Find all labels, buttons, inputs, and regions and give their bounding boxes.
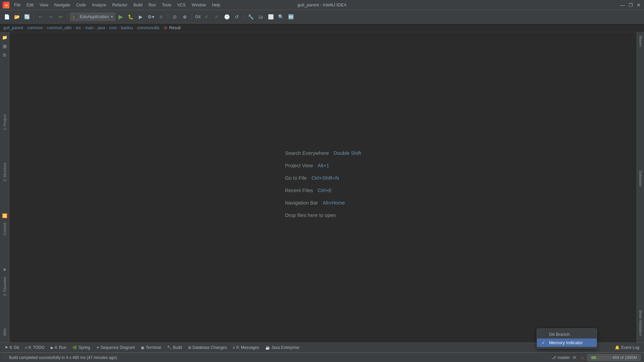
sidebar-icon-2[interactable]: ▦ xyxy=(1,42,8,50)
menu-code[interactable]: Code xyxy=(73,2,89,8)
git-branch-status[interactable]: ⎇ master xyxy=(551,355,570,360)
welcome-shortcut-2[interactable]: Ctrl+Shift+N xyxy=(312,175,339,181)
breadcrumb-item-0[interactable]: guli_parent xyxy=(3,26,23,30)
breadcrumb-item-8[interactable]: commonutils xyxy=(137,26,159,30)
breadcrumb-sep: › xyxy=(24,26,26,30)
status-sync-icon[interactable]: ⟳ xyxy=(571,354,578,361)
breadcrumb-item-6[interactable]: com xyxy=(109,26,117,30)
menu-tools[interactable]: Tools xyxy=(159,2,174,8)
presentation-mode-button[interactable]: ⬜ xyxy=(266,12,275,21)
find-usages-button[interactable]: ⊙ xyxy=(170,12,179,21)
menu-window[interactable]: Window xyxy=(189,2,209,8)
separator-4 xyxy=(192,13,192,20)
sync-button[interactable]: 🔄 xyxy=(22,12,32,21)
new-file-button[interactable]: 📄 xyxy=(2,12,11,21)
breadcrumb-item-1[interactable]: common xyxy=(27,26,43,30)
forward-button[interactable]: → xyxy=(46,12,55,21)
sequence-tab-label: Sequence Diagram xyxy=(101,345,135,350)
menu-build[interactable]: Build xyxy=(131,2,145,8)
ctx-menu-item-memory[interactable]: ✓ Memory Indicator xyxy=(537,338,597,347)
sidebar-icon-project[interactable]: 📁 xyxy=(1,34,8,41)
menu-edit[interactable]: Edit xyxy=(24,2,36,8)
bottom-tab-terminal[interactable]: ▣ Terminal xyxy=(138,345,163,351)
maximize-button[interactable]: ❐ xyxy=(628,2,633,8)
sidebar-icon-commit[interactable]: 🔀 xyxy=(1,212,8,219)
git-label: Git: xyxy=(195,14,202,19)
breadcrumb-item-5[interactable]: java xyxy=(98,26,105,30)
menu-view[interactable]: View xyxy=(37,2,51,8)
status-warning-icon[interactable]: ⚠ xyxy=(579,354,586,361)
back-button[interactable]: ← xyxy=(36,12,45,21)
sidebar-tab-structure[interactable]: 2: Structure xyxy=(1,161,8,184)
welcome-label-5: Drop files here to open xyxy=(285,212,336,218)
right-sidebar-tab-bean[interactable]: Bean Validation xyxy=(637,308,644,338)
window-controls: — ❐ ✕ xyxy=(620,2,641,8)
bottom-tab-run[interactable]: ▶ 4: Run xyxy=(48,345,69,351)
run-tab-label: 4: Run xyxy=(55,345,66,350)
close-button[interactable]: ✕ xyxy=(636,2,641,8)
run-options-button[interactable]: ⚙▾ xyxy=(146,12,156,21)
sidebar-tab-project[interactable]: 1: Project xyxy=(1,112,8,132)
menu-run[interactable]: Run xyxy=(146,2,159,8)
welcome-row-4: Navigation Bar Alt+Home xyxy=(285,200,361,206)
coverage-button[interactable]: ▶ xyxy=(136,12,146,21)
git-history-button[interactable]: 🕐 xyxy=(222,12,231,21)
bottom-tab-db-changes[interactable]: ⊞ Database Changes xyxy=(185,345,230,351)
status-left: ☐ Build completed successfully in 4 s 48… xyxy=(3,355,117,360)
breadcrumb-item-2[interactable]: common_utils xyxy=(47,26,71,30)
settings-button[interactable]: 🔧 xyxy=(246,12,255,21)
title-bar-left: IJ File Edit View Navigate Code Analyze … xyxy=(3,2,223,8)
menu-navigate[interactable]: Navigate xyxy=(52,2,73,8)
breadcrumb-item-3[interactable]: src xyxy=(75,26,81,30)
window-title: guli_parent - IntelliJ IDEA xyxy=(298,2,347,7)
run-config-selector[interactable]: 🎓 EduApplication ▾ xyxy=(70,12,115,21)
sidebar-icon-3[interactable]: ⊞ xyxy=(1,51,8,58)
bottom-tab-java-enterprise[interactable]: ☕ Java Enterprise xyxy=(263,345,302,351)
right-sidebar-tab-maven[interactable]: Maven xyxy=(637,34,644,49)
menu-refactor[interactable]: Refactor xyxy=(110,2,130,8)
bottom-tab-spring[interactable]: 🌿 Spring xyxy=(70,345,93,351)
search-everywhere-button[interactable]: 🔍 xyxy=(276,12,285,21)
breadcrumb-item-7[interactable]: baidou xyxy=(121,26,133,30)
run-button[interactable]: ▶ xyxy=(116,12,125,21)
status-bar: ☐ Build completed successfully in 4 s 48… xyxy=(0,353,644,362)
run-config-name: EduApplication xyxy=(80,14,109,19)
memory-indicator[interactable]: 469 of 1965M xyxy=(587,354,641,361)
event-log-tab[interactable]: 🔔 Event Log xyxy=(612,345,642,351)
welcome-shortcut-1[interactable]: Alt+1 xyxy=(318,163,329,168)
bottom-tab-build[interactable]: 🔨 Build xyxy=(164,345,185,351)
project-structure-button[interactable]: 🗂 xyxy=(256,12,265,21)
git-rollback-button[interactable]: ↺ xyxy=(232,12,241,21)
git-fetch-button[interactable]: ✓ xyxy=(202,12,211,21)
refactor-button[interactable]: ⊕ xyxy=(180,12,190,21)
bottom-tab-messages[interactable]: ≡ 0: Messages xyxy=(230,345,262,351)
status-right: ⎇ master ⟳ ⚠ 469 of 1965M xyxy=(551,354,641,361)
open-button[interactable]: 📂 xyxy=(12,12,21,21)
welcome-shortcut-3[interactable]: Ctrl+E xyxy=(318,187,332,193)
sidebar-tab-favorites[interactable]: 2: Favorites xyxy=(1,275,8,298)
bottom-tab-git[interactable]: ⚑ 9: Git xyxy=(2,345,22,351)
welcome-shortcut-4[interactable]: Alt+Home xyxy=(323,200,345,206)
bottom-tab-todo[interactable]: ≡ 6: TODO xyxy=(22,345,47,351)
sidebar-tab-commit[interactable]: Commit xyxy=(1,221,8,237)
sidebar-tab-web[interactable]: Web xyxy=(1,326,8,338)
debug-button[interactable]: 🐛 xyxy=(126,12,136,21)
bottom-tab-sequence[interactable]: ✦ Sequence Diagram xyxy=(94,345,138,351)
bookmark-button[interactable]: ↩ xyxy=(56,12,65,21)
ctx-menu-item-git-branch[interactable]: Git Branch xyxy=(537,330,597,338)
breadcrumb-item-4[interactable]: main xyxy=(85,26,94,30)
menu-help[interactable]: Help xyxy=(209,2,223,8)
menu-analyze[interactable]: Analyze xyxy=(89,2,109,8)
sidebar-icon-favorites[interactable]: ★ xyxy=(1,266,8,273)
context-menu: Git Branch ✓ Memory Indicator xyxy=(537,328,597,349)
welcome-shortcut-0[interactable]: Double Shift xyxy=(334,150,361,156)
minimize-button[interactable]: — xyxy=(620,2,625,8)
menu-vcs[interactable]: VCS xyxy=(175,2,189,8)
memory-fill-bar xyxy=(591,356,611,359)
toolbar: 📄 📂 🔄 ← → ↩ 🎓 EduApplication ▾ ▶ 🐛 ▶ ⚙▾ … xyxy=(0,10,644,24)
right-sidebar-tab-database[interactable]: Database xyxy=(637,169,644,188)
stop-button[interactable]: ⏹ xyxy=(156,12,166,21)
translate-button[interactable]: 🔤 xyxy=(286,12,296,21)
git-push-button[interactable]: ✓ xyxy=(212,12,221,21)
menu-file[interactable]: File xyxy=(11,2,23,8)
